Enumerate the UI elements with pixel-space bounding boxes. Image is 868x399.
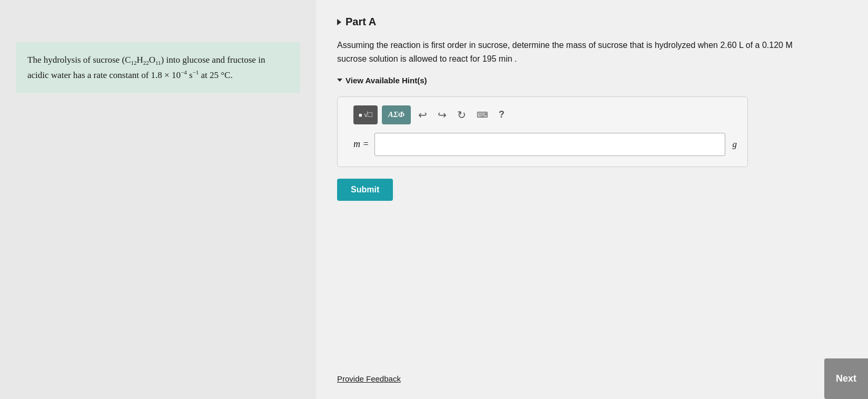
- hint-label: View Available Hint(s): [346, 76, 427, 85]
- hint-arrow-icon: [337, 79, 342, 82]
- undo-icon: ↩: [418, 109, 427, 121]
- answer-input[interactable]: [374, 133, 725, 156]
- unit-label: g: [733, 139, 737, 150]
- next-button[interactable]: Next: [824, 358, 868, 399]
- redo-icon: ↪: [438, 109, 447, 121]
- help-icon: ?: [499, 109, 505, 120]
- reset-button[interactable]: ↻: [454, 106, 469, 123]
- part-collapse-arrow[interactable]: [337, 19, 341, 25]
- feedback-link[interactable]: Provide Feedback: [337, 374, 847, 383]
- right-panel: Part A Assuming the reaction is first or…: [316, 0, 868, 399]
- problem-statement-box: The hydrolysis of sucrose (C12H22O11) in…: [16, 42, 300, 93]
- left-panel: The hydrolysis of sucrose (C12H22O11) in…: [0, 0, 316, 399]
- sqrt-symbol: ■√□: [359, 111, 372, 119]
- part-title: Part A: [346, 16, 376, 28]
- help-button[interactable]: ?: [496, 107, 508, 122]
- refresh-icon: ↻: [457, 109, 466, 121]
- keyboard-button[interactable]: ⌨: [474, 108, 491, 122]
- problem-text: Assuming the reaction is first order in …: [337, 38, 811, 66]
- part-header: Part A: [337, 16, 847, 28]
- math-template-button[interactable]: ■√□: [353, 105, 378, 124]
- problem-text: The hydrolysis of sucrose (C12H22O11) in…: [27, 55, 265, 80]
- redo-button[interactable]: ↪: [435, 106, 450, 123]
- keyboard-icon: ⌨: [477, 110, 488, 120]
- greek-symbols-button[interactable]: ΑΣΦ: [382, 105, 411, 124]
- submit-button[interactable]: Submit: [337, 179, 393, 201]
- m-equals-label: m =: [353, 139, 369, 150]
- undo-button[interactable]: ↩: [415, 106, 430, 123]
- math-toolbar: ■√□ ΑΣΦ ↩ ↪ ↻ ⌨ ?: [348, 105, 737, 124]
- answer-container: ■√□ ΑΣΦ ↩ ↪ ↻ ⌨ ? m =: [337, 96, 748, 167]
- greek-label: ΑΣΦ: [388, 110, 405, 119]
- hint-toggle[interactable]: View Available Hint(s): [337, 76, 847, 85]
- answer-input-row: m = g: [348, 133, 737, 156]
